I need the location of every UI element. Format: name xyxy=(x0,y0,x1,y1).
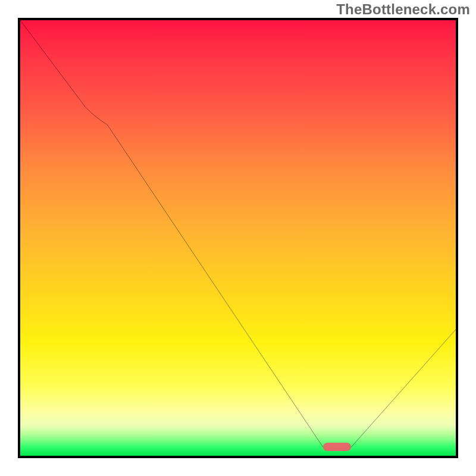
chart-wrapper: TheBottleneck.com xyxy=(0,0,476,476)
watermark-text: TheBottleneck.com xyxy=(336,1,470,18)
plot-area xyxy=(18,18,458,458)
bottleneck-curve-svg xyxy=(20,20,456,456)
bottleneck-curve xyxy=(20,20,456,447)
optimal-pill xyxy=(323,443,352,451)
